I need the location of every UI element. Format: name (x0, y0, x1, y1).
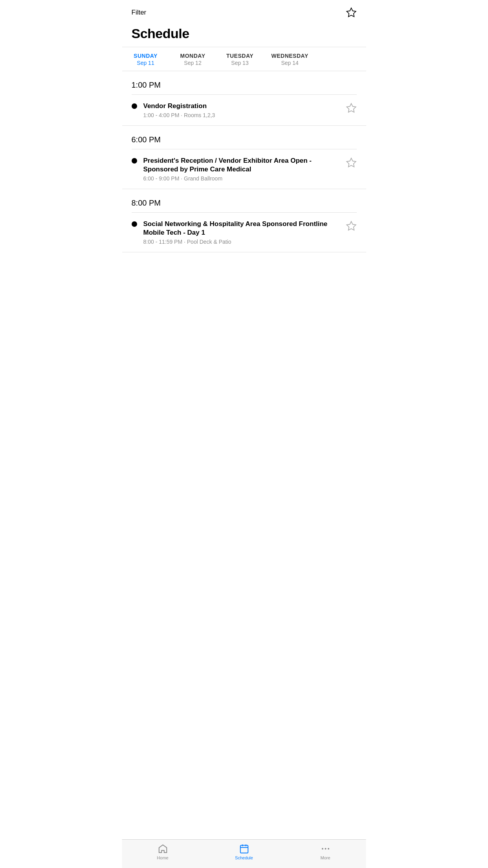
event-dot (132, 158, 137, 164)
tab-tuesday[interactable]: TUESDAY Sep 13 (216, 47, 264, 71)
tab-tuesday-date: Sep 13 (224, 60, 256, 66)
event-star-icon[interactable] (346, 157, 357, 168)
svg-marker-3 (347, 222, 356, 230)
event-details: 6:00 - 9:00 PM · Grand Ballroom (143, 175, 341, 182)
tab-wednesday[interactable]: WEDNESDAY Sep 14 (264, 47, 316, 71)
tab-sunday-day: SUNDAY (130, 53, 161, 59)
time-label-1pm: 1:00 PM (132, 81, 357, 90)
event-details: 8:00 - 11:59 PM · Pool Deck & Patio (143, 239, 341, 245)
event-info: Social Networking & Hospitality Area Spo… (143, 220, 341, 245)
page-title: Schedule (122, 22, 366, 47)
event-title: Social Networking & Hospitality Area Spo… (143, 220, 341, 237)
event-presidents-reception[interactable]: President's Reception / Vendor Exhibitor… (122, 149, 366, 189)
event-details: 1:00 - 4:00 PM · Rooms 1,2,3 (143, 112, 341, 118)
tab-wednesday-day: WEDNESDAY (272, 53, 308, 59)
time-label-6pm: 6:00 PM (132, 135, 357, 144)
time-section-1pm: 1:00 PM (122, 71, 366, 95)
event-title: President's Reception / Vendor Exhibitor… (143, 156, 341, 174)
event-dot (132, 221, 137, 227)
event-dot (132, 103, 137, 109)
event-info: President's Reception / Vendor Exhibitor… (143, 156, 341, 182)
tab-monday-date: Sep 12 (177, 60, 209, 66)
tab-sunday-date: Sep 11 (130, 60, 161, 66)
tab-wednesday-date: Sep 14 (272, 60, 308, 66)
tab-sunday[interactable]: SUNDAY Sep 11 (122, 47, 169, 71)
bookmark-icon[interactable] (346, 7, 357, 18)
time-section-6pm: 6:00 PM (122, 126, 366, 149)
event-info: Vendor Registration 1:00 - 4:00 PM · Roo… (143, 102, 341, 118)
day-tabs: SUNDAY Sep 11 MONDAY Sep 12 TUESDAY Sep … (122, 47, 366, 71)
event-title: Vendor Registration (143, 102, 341, 110)
event-star-icon[interactable] (346, 221, 357, 232)
time-label-8pm: 8:00 PM (132, 199, 357, 208)
schedule-content: 1:00 PM Vendor Registration 1:00 - 4:00 … (122, 71, 366, 252)
event-social-networking[interactable]: Social Networking & Hospitality Area Spo… (122, 213, 366, 252)
event-vendor-registration[interactable]: Vendor Registration 1:00 - 4:00 PM · Roo… (122, 95, 366, 126)
svg-marker-2 (347, 158, 356, 167)
top-bar: Filter (122, 0, 366, 22)
tab-monday-day: MONDAY (177, 53, 209, 59)
bottom-spacer (122, 252, 366, 288)
tab-tuesday-day: TUESDAY (224, 53, 256, 59)
event-star-icon[interactable] (346, 103, 357, 114)
time-section-8pm: 8:00 PM (122, 189, 366, 213)
svg-marker-1 (347, 103, 356, 112)
tab-monday[interactable]: MONDAY Sep 12 (169, 47, 216, 71)
filter-label[interactable]: Filter (132, 9, 147, 17)
svg-marker-0 (347, 8, 356, 17)
